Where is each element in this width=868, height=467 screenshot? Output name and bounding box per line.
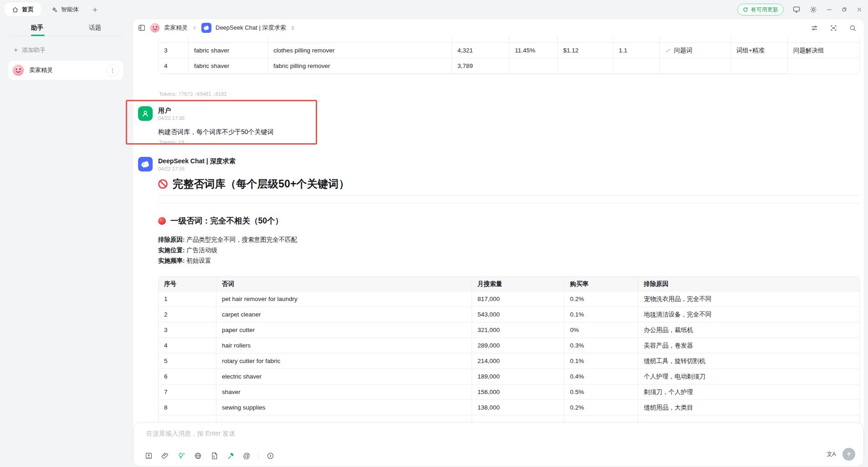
table-row: 8sewing supplies138,0000.2%缝纫用品，大类目: [159, 400, 860, 415]
assistant-list-item[interactable]: 卖家精灵 ⋮: [8, 61, 123, 80]
table-row: 5rotary cutter for fabric214,0000.1%缝纫工具…: [159, 353, 860, 369]
table-row: 3paper cutter321,0000%办公用品，裁纸机: [159, 322, 860, 338]
update-badge-label: 有可用更新: [751, 6, 778, 14]
assistant-message-name: DeepSeek Chat | 深度求索: [158, 157, 236, 166]
assistant-item-name: 卖家精灵: [29, 66, 106, 74]
assistant-more-button[interactable]: ⋮: [106, 64, 119, 77]
table-header-row: 序号 否词 月搜索量 购买率 排除原因: [159, 277, 860, 291]
update-badge[interactable]: 有可用更新: [737, 4, 784, 16]
section-meta: 排除原因: 产品类型完全不同，搜索意图完全不匹配 实施位置: 广告活动级 实施频…: [158, 234, 297, 266]
minimize-button[interactable]: [826, 6, 832, 13]
heading-underline: [158, 195, 860, 196]
refresh-icon: [743, 7, 748, 12]
model-selector-label[interactable]: DeepSeek Chat | 深度求索: [216, 24, 286, 32]
message-input[interactable]: 在这里输入消息，按 Enter 发送: [146, 430, 809, 438]
section-heading: 一级否词：完全不相关（50个）: [158, 215, 283, 226]
person-icon: [141, 109, 150, 118]
attachment-icon[interactable]: [161, 451, 169, 460]
message-composer: 在这里输入消息，按 Enter 发送 ? a: [133, 422, 864, 466]
deepseek-logo-icon: [138, 157, 153, 171]
chat-settings-sliders-icon[interactable]: [811, 24, 818, 32]
search-icon[interactable]: [849, 24, 857, 32]
breadcrumb-assistant-name[interactable]: 卖家精灵: [164, 24, 188, 32]
assistant-message-avatar: [138, 157, 153, 171]
chat-panel: 卖家精灵 DeepSeek Chat | 深度求索: [133, 19, 864, 466]
settings-gear-icon[interactable]: [809, 5, 817, 14]
new-topic-icon[interactable]: [144, 451, 153, 460]
negative-keywords-table: 序号 否词 月搜索量 购买率 排除原因 1pet hair remover fo…: [158, 276, 860, 434]
tokens-counter: Tokens: 77673 ↑69481 ↓8192: [159, 91, 227, 97]
answer-heading-text: 完整否词库（每个层级50+个关键词）: [173, 177, 349, 191]
window-tab-home-label: 首页: [22, 5, 34, 14]
model-selector-updown-icon[interactable]: [290, 25, 296, 31]
user-tokens-counter: Tokens: 19: [159, 140, 184, 145]
sidebar-tab-topics[interactable]: 话题: [89, 24, 101, 32]
send-button[interactable]: [842, 448, 855, 461]
table-row-clipped: [159, 36, 860, 43]
sidebar-tabs: 助手 话题: [0, 21, 133, 36]
more-vertical-icon: ⋮: [110, 67, 116, 73]
svg-text:?: ?: [183, 452, 185, 456]
breadcrumb-assistant-avatar: [150, 23, 160, 33]
new-tab-button[interactable]: +: [92, 5, 98, 14]
keyword-analysis-table: 3 fabric shaver clothes pilling remover …: [159, 36, 860, 74]
composer-toolbar: ? a @: [144, 451, 275, 460]
horizontal-rule: [158, 203, 860, 203]
user-avatar: [138, 106, 153, 121]
table-row: 4hair rollers289,0000.3%美容产品，卷发器: [159, 338, 860, 353]
titlebar: 首页 智能体 + 有可用更新: [0, 0, 868, 19]
collapse-toolbar-icon[interactable]: [266, 451, 275, 460]
restore-window-button[interactable]: [841, 6, 847, 13]
table-row: 3 fabric shaver clothes pilling remover …: [159, 43, 860, 58]
add-assistant-button[interactable]: + 添加助手: [14, 46, 46, 54]
chat-header: 卖家精灵 DeepSeek Chat | 深度求索: [133, 19, 864, 36]
close-window-button[interactable]: [856, 6, 863, 13]
table-row: 6electric shaver189,0000.4%个人护理，电动剃须刀: [159, 369, 860, 384]
collapse-sidebar-button[interactable]: [138, 24, 146, 32]
composer-actions: 文A: [827, 448, 855, 461]
arrow-up-icon: [846, 451, 852, 457]
display-settings-button[interactable]: [792, 5, 801, 14]
web-search-icon[interactable]: [194, 451, 202, 460]
window-tab-agents[interactable]: 智能体: [44, 3, 86, 16]
titlebar-controls: 有可用更新: [737, 0, 863, 19]
assistant-emoji-avatar: [12, 64, 24, 76]
knowledge-file-icon[interactable]: a: [210, 451, 219, 460]
thinking-toggle-icon[interactable]: ?: [177, 451, 186, 460]
deepseek-logo-icon: [201, 23, 211, 33]
chevron-right-icon: [192, 25, 197, 31]
wrench-icon: [665, 47, 671, 53]
translate-icon[interactable]: 文A: [827, 451, 836, 458]
previous-answer-table: 3 fabric shaver clothes pilling remover …: [158, 36, 860, 74]
home-icon: [12, 6, 19, 13]
sparkles-icon: [51, 6, 58, 13]
user-message-text: 构建否词库，每个词库不少于50个关键词: [158, 128, 274, 136]
table-row: 2carpet cleaner543,0000.1%地毯清洁设备，完全不同: [159, 307, 860, 322]
app-window: 首页 智能体 + 有可用更新: [0, 0, 868, 467]
plus-icon: +: [14, 47, 18, 54]
prohibited-icon: [158, 179, 168, 189]
table-row: 4 fabric shaver fabric pilling remover 3…: [159, 58, 860, 74]
meta-line: 实施频率: 初始设置: [158, 255, 297, 266]
window-tab-home[interactable]: 首页: [5, 3, 41, 16]
window-tab-agents-label: 智能体: [61, 5, 79, 14]
mention-model-icon[interactable]: @: [243, 452, 250, 460]
assistant-message-time: 04/22 17:36: [158, 166, 185, 171]
expand-width-icon[interactable]: [830, 24, 837, 32]
table-row: 7shaver156,0000.5%剃须刀，个人护理: [159, 384, 860, 400]
table-row: 1pet hair remover for laundry817,0000.2%…: [159, 291, 860, 307]
svg-text:a: a: [213, 455, 215, 458]
user-message-name: 用户: [158, 107, 171, 115]
meta-line: 排除原因: 产品类型完全不同，搜索意图完全不匹配: [158, 234, 297, 245]
meta-line: 实施位置: 广告活动级: [158, 245, 297, 255]
answer-heading: 完整否词库（每个层级50+个关键词）: [158, 177, 349, 191]
user-message-time: 04/22 17:36: [158, 115, 185, 121]
mcp-tools-hammer-icon[interactable]: [226, 451, 235, 460]
section-heading-text: 一级否词：完全不相关（50个）: [170, 215, 283, 226]
toolbar-divider: [258, 452, 258, 459]
sidebar-tab-assistants[interactable]: 助手: [31, 24, 43, 32]
add-assistant-label: 添加助手: [22, 46, 46, 54]
red-circle-icon: [158, 217, 166, 225]
sidebar-divider: [8, 36, 123, 36]
